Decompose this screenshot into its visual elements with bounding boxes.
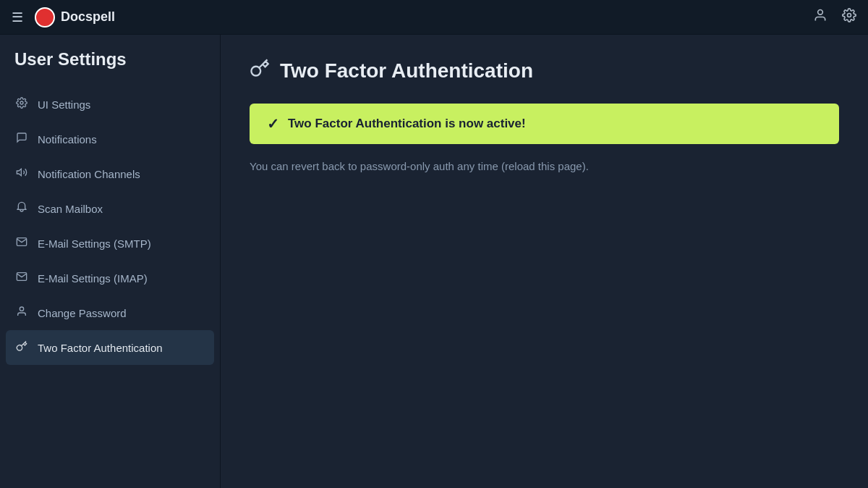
gear-icon [14, 97, 29, 112]
sidebar-item-notification-channels[interactable]: Notification Channels [0, 156, 220, 191]
svg-point-1 [848, 14, 851, 17]
sidebar-item-label: Notification Channels [38, 168, 140, 180]
page-header: Two Factor Authentication [250, 58, 839, 83]
channels-icon [14, 167, 29, 181]
svg-point-0 [818, 10, 823, 15]
password-icon [14, 306, 29, 320]
key-icon [14, 340, 29, 355]
sidebar-item-label: Notifications [38, 133, 97, 146]
user-icon[interactable] [813, 8, 827, 26]
info-text: You can revert back to password-only aut… [250, 159, 839, 175]
checkmark-icon: ✓ [267, 115, 279, 132]
mailbox-icon [14, 201, 29, 216]
email-imap-icon [14, 271, 29, 285]
topnav: ☰ Docspell [0, 0, 868, 35]
settings-icon[interactable] [842, 8, 856, 26]
page-header-key-icon [250, 58, 270, 83]
success-message: Two Factor Authentication is now active! [288, 117, 526, 131]
sidebar: User Settings UI Settings Notifications [0, 35, 221, 488]
email-smtp-icon [14, 236, 29, 251]
notifications-icon [14, 132, 29, 146]
topnav-left: ☰ Docspell [12, 7, 115, 28]
sidebar-item-email-imap[interactable]: E-Mail Settings (IMAP) [0, 261, 220, 295]
svg-point-2 [20, 101, 23, 104]
layout: User Settings UI Settings Notifications [0, 35, 868, 488]
sidebar-item-ui-settings[interactable]: UI Settings [0, 87, 220, 122]
hamburger-icon[interactable]: ☰ [12, 9, 23, 25]
page-title: Two Factor Authentication [280, 59, 533, 83]
sidebar-item-scan-mailbox[interactable]: Scan Mailbox [0, 191, 220, 226]
sidebar-item-label: Two Factor Authentication [38, 342, 163, 354]
sidebar-title: User Settings [0, 49, 220, 87]
sidebar-item-change-password[interactable]: Change Password [0, 295, 220, 330]
main-content: Two Factor Authentication ✓ Two Factor A… [221, 35, 868, 488]
sidebar-item-label: E-Mail Settings (SMTP) [38, 237, 151, 250]
svg-marker-3 [17, 169, 21, 175]
sidebar-item-label: E-Mail Settings (IMAP) [38, 272, 148, 285]
topnav-right [813, 8, 856, 26]
sidebar-item-email-smtp[interactable]: E-Mail Settings (SMTP) [0, 226, 220, 261]
sidebar-item-label: Scan Mailbox [38, 203, 103, 215]
svg-point-4 [20, 307, 23, 311]
sidebar-item-label: UI Settings [38, 98, 90, 111]
logo-brand: Docspell [35, 7, 115, 28]
logo-icon [35, 7, 55, 28]
sidebar-item-label: Change Password [38, 307, 127, 319]
sidebar-item-two-factor[interactable]: Two Factor Authentication [6, 330, 214, 365]
sidebar-item-notifications[interactable]: Notifications [0, 122, 220, 156]
brand-name: Docspell [61, 9, 115, 25]
success-banner: ✓ Two Factor Authentication is now activ… [250, 104, 839, 144]
